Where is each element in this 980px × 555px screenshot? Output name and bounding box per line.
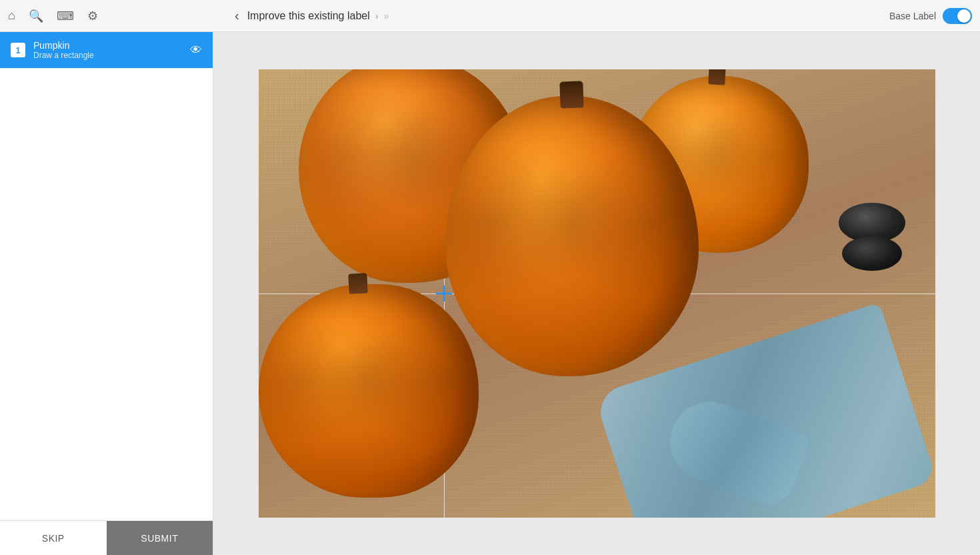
canvas-area[interactable] <box>213 32 980 555</box>
pumpkin-ridges-bl <box>259 284 479 498</box>
keyboard-icon[interactable]: ⌨ <box>57 9 74 23</box>
forward-icon: » <box>383 11 389 21</box>
pumpkin-photo <box>259 69 935 518</box>
home-icon[interactable]: ⌂ <box>8 9 15 23</box>
search-icon[interactable]: 🔍 <box>29 9 43 23</box>
task-number: 1 <box>11 43 25 57</box>
toolbar-icons-left: ⌂ 🔍 ⌨ ⚙ <box>8 9 221 23</box>
bottom-buttons: SKIP SUBMIT <box>0 520 213 555</box>
chevron-right-icon: › <box>375 11 379 21</box>
top-toolbar: ⌂ 🔍 ⌨ ⚙ ‹ Improve this existing label › … <box>0 0 980 32</box>
task-info: Pumpkin Draw a rectangle <box>33 40 182 60</box>
settings-icon[interactable]: ⚙ <box>87 9 98 23</box>
base-label-text: Base Label <box>889 11 936 21</box>
sidebar: 1 Pumpkin Draw a rectangle 👁 SKIP SUBMIT <box>0 32 213 555</box>
black-spool-bottom <box>842 236 902 271</box>
sidebar-task-item[interactable]: 1 Pumpkin Draw a rectangle 👁 <box>0 32 213 68</box>
toggle-slider <box>943 8 972 24</box>
skip-button[interactable]: SKIP <box>0 521 107 555</box>
base-label-toggle[interactable] <box>943 8 972 24</box>
main-content: 1 Pumpkin Draw a rectangle 👁 SKIP SUBMIT <box>0 32 980 555</box>
toggle-knob <box>957 9 971 23</box>
visibility-icon[interactable]: 👁 <box>190 43 202 57</box>
sidebar-empty-area <box>0 68 213 520</box>
pumpkin-bottom-left <box>259 284 479 498</box>
submit-button[interactable]: SUBMIT <box>107 521 213 555</box>
toolbar-right: Base Label <box>889 8 972 24</box>
toolbar-center: ‹ Improve this existing label › » <box>232 5 879 26</box>
task-description: Draw a rectangle <box>33 51 182 60</box>
back-button[interactable]: ‹ <box>232 5 242 26</box>
task-name: Pumpkin <box>33 40 182 51</box>
annotation-image <box>259 69 935 518</box>
page-title: Improve this existing label <box>247 10 370 22</box>
